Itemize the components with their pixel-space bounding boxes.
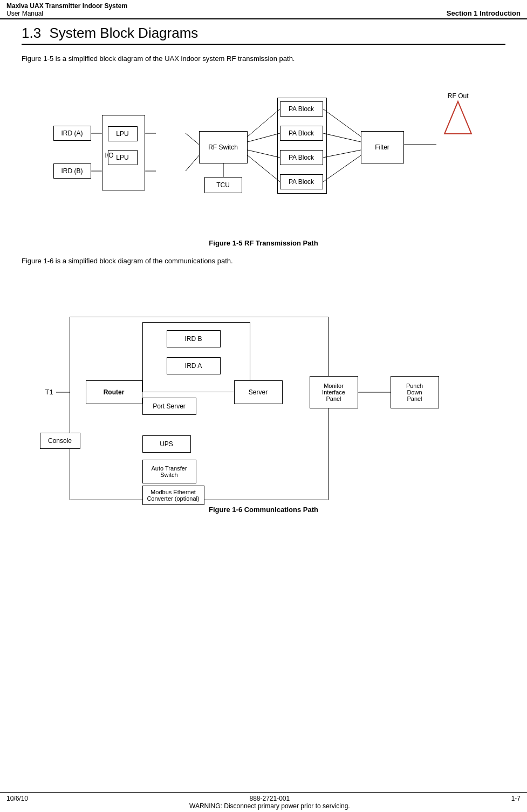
ird-a-box-fig6: IRD A bbox=[167, 357, 221, 374]
footer-warning: WARNING: Disconnect primary power prior … bbox=[28, 802, 511, 810]
ird-a-box: IRD (A) bbox=[53, 126, 91, 141]
t1-label: T1 bbox=[45, 388, 53, 396]
svg-line-13 bbox=[323, 155, 361, 182]
svg-line-4 bbox=[186, 133, 199, 145]
router-box: Router bbox=[86, 380, 142, 404]
page-footer: 10/6/10 888-2721-001 WARNING: Disconnect… bbox=[0, 792, 527, 812]
tcu-box: TCU bbox=[204, 177, 242, 193]
svg-line-7 bbox=[248, 133, 280, 142]
intro-text-1: Figure 1-5 is a simplified block diagram… bbox=[22, 53, 505, 64]
fig1-6-diagram: IRD B IRD A Port Server Router T1 Server… bbox=[35, 274, 493, 500]
port-server-box: Port Server bbox=[142, 398, 196, 415]
fig1-5-caption: Figure 1-5 RF Transmission Path bbox=[22, 239, 505, 247]
svg-line-8 bbox=[248, 150, 280, 158]
rf-switch-box: RF Switch bbox=[199, 131, 248, 163]
modbus-label: Modbus Ethernet Converter (optional) bbox=[147, 489, 199, 502]
monitor-interface-label: Monitor Interface Panel bbox=[322, 383, 345, 402]
section-title-text: System Block Diagrams bbox=[49, 25, 198, 41]
auto-transfer-label: Auto Transfer Switch bbox=[151, 465, 187, 478]
svg-line-11 bbox=[323, 133, 361, 142]
monitor-interface-panel-box: Monitor Interface Panel bbox=[310, 376, 358, 408]
pa-group-box bbox=[277, 98, 327, 194]
section-divider bbox=[22, 44, 505, 45]
punch-down-panel-box: Punch Down Panel bbox=[391, 376, 439, 408]
footer-doc-number: 888-2721-001 bbox=[28, 795, 511, 802]
section-label: Section 1 Introduction bbox=[447, 9, 521, 17]
svg-line-9 bbox=[248, 155, 280, 182]
filter-box: Filter bbox=[361, 131, 404, 163]
io-label: I/O bbox=[105, 152, 114, 159]
modbus-box: Modbus Ethernet Converter (optional) bbox=[142, 486, 204, 505]
svg-line-6 bbox=[248, 109, 280, 137]
svg-line-12 bbox=[323, 150, 361, 158]
footer-center: 888-2721-001 WARNING: Disconnect primary… bbox=[28, 795, 511, 810]
doc-title: Maxiva UAX Transmitter Indoor System bbox=[6, 2, 127, 10]
header-left: Maxiva UAX Transmitter Indoor System Use… bbox=[6, 2, 127, 17]
punch-down-label: Punch Down Panel bbox=[406, 383, 423, 402]
section-heading: 1.3 System Block Diagrams bbox=[22, 25, 505, 42]
svg-marker-16 bbox=[444, 101, 471, 134]
footer-page: 1-7 bbox=[511, 795, 521, 810]
intro-text-2: Figure 1-6 is a simplified block diagram… bbox=[22, 256, 505, 267]
ird-b-box-fig6: IRD B bbox=[167, 330, 221, 347]
server-box: Server bbox=[234, 380, 283, 404]
ups-box: UPS bbox=[142, 435, 191, 453]
auto-transfer-switch-box: Auto Transfer Switch bbox=[142, 460, 196, 483]
ird-b-box: IRD (B) bbox=[53, 163, 91, 179]
console-box: Console bbox=[40, 433, 80, 449]
svg-line-5 bbox=[186, 155, 199, 171]
footer-date: 10/6/10 bbox=[6, 795, 28, 810]
svg-line-10 bbox=[323, 109, 361, 137]
doc-subtitle: User Manual bbox=[6, 10, 127, 17]
main-content: 1.3 System Block Diagrams Figure 1-5 is … bbox=[0, 19, 527, 555]
antenna-svg bbox=[442, 99, 474, 142]
fig1-6-caption: Figure 1-6 Communications Path bbox=[22, 506, 505, 514]
lpu-top-box: LPU bbox=[108, 126, 138, 141]
section-number: 1.3 bbox=[22, 25, 41, 41]
fig1-5-diagram: IRD (A) IRD (B) LPU LPU I/O RF Switch TC… bbox=[48, 72, 480, 234]
page-header: Maxiva UAX Transmitter Indoor System Use… bbox=[0, 0, 527, 19]
